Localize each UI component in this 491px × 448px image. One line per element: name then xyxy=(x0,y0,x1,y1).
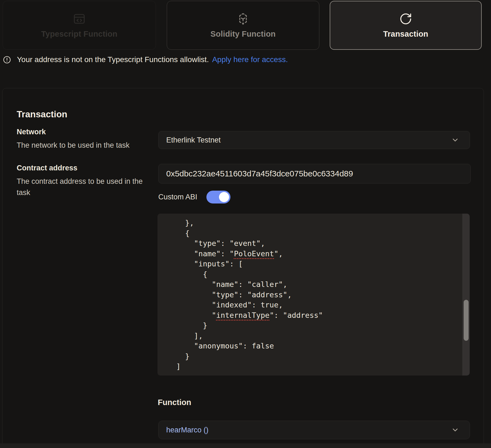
allowlist-notice-text: Your address is not on the Typescript Fu… xyxy=(17,55,209,64)
toggle-knob xyxy=(219,192,229,202)
rotate-cw-icon xyxy=(399,12,412,25)
contract-address-description: The contract address to be used in the t… xyxy=(17,176,145,198)
tab-solidity-function[interactable]: Solidity Function xyxy=(167,1,319,50)
abi-code: }, { "type": "event", "name": "PoloEvent… xyxy=(167,218,459,372)
contract-address-input[interactable]: 0x5dbc232ae4511603d7a45f3dce075be0c6334d… xyxy=(158,164,471,184)
transaction-panel: Transaction Network The network to be us… xyxy=(2,88,484,448)
network-select-value: Etherlink Testnet xyxy=(166,136,451,144)
custom-abi-toggle[interactable] xyxy=(206,191,230,203)
function-select[interactable]: hearMarco () xyxy=(158,421,470,439)
tab-label: Solidity Function xyxy=(211,30,276,39)
abi-code-editor[interactable]: }, { "type": "event", "name": "PoloEvent… xyxy=(157,214,470,376)
apply-for-access-link[interactable]: Apply here for access. xyxy=(212,55,288,64)
network-label: Network xyxy=(17,128,46,136)
task-editor-screen: Typescript Function Solidity Function xyxy=(0,0,491,448)
custom-abi-row: Custom ABI xyxy=(158,191,230,203)
contract-address-label: Contract address xyxy=(17,164,77,172)
network-description: The network to be used in the task xyxy=(17,140,145,151)
alert-circle-icon xyxy=(3,56,11,64)
editor-scrollbar-track xyxy=(462,214,470,376)
editor-scrollbar-thumb[interactable] xyxy=(464,300,469,341)
deployed-code-icon xyxy=(236,12,250,25)
network-select[interactable]: Etherlink Testnet xyxy=(158,131,470,149)
chevron-down-icon xyxy=(451,426,459,434)
code-window-icon xyxy=(73,12,86,25)
allowlist-notice: Your address is not on the Typescript Fu… xyxy=(3,55,288,64)
function-label: Function xyxy=(158,398,191,407)
function-select-value: hearMarco () xyxy=(166,426,451,434)
tab-label: Typescript Function xyxy=(41,30,118,39)
panel-title: Transaction xyxy=(17,109,67,120)
chevron-down-icon xyxy=(451,136,459,144)
tab-label: Transaction xyxy=(383,30,428,39)
bottom-cutoff-strip xyxy=(0,443,491,448)
custom-abi-label: Custom ABI xyxy=(158,193,197,201)
tab-typescript-function[interactable]: Typescript Function xyxy=(3,1,156,50)
tab-transaction[interactable]: Transaction xyxy=(330,1,482,50)
